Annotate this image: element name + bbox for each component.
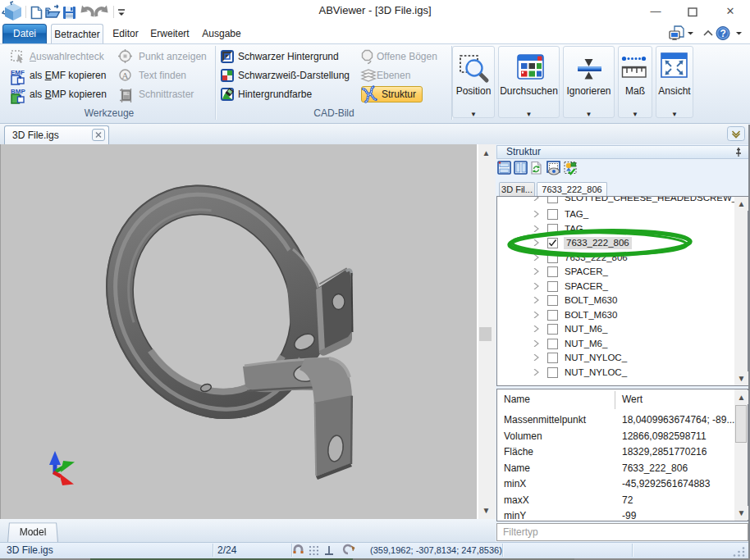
svg-text:?: ? xyxy=(720,28,726,39)
svg-text:A: A xyxy=(122,71,129,80)
